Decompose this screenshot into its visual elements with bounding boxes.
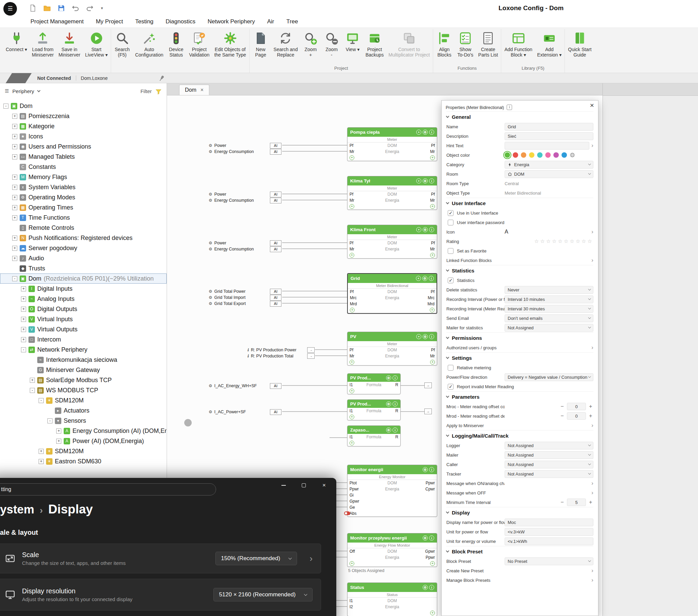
- block-zapaso[interactable]: Zapaso...⚙iI1FormulaR+: [347, 426, 401, 446]
- filter-icon[interactable]: [155, 88, 162, 95]
- output-connector-icon[interactable]: →: [424, 409, 432, 414]
- tree-item-energy-consumption-ai-dom-en[interactable]: +AEnergy Consumption (AI) (DOM,En: [0, 426, 167, 436]
- maximize-button[interactable]: [301, 482, 307, 489]
- user-interface-password-checkbox[interactable]: [448, 220, 453, 226]
- menu-item-air[interactable]: Air: [261, 17, 280, 27]
- collapse-icon[interactable]: -: [39, 398, 44, 403]
- expand-icon[interactable]: +: [56, 439, 61, 444]
- category-select[interactable]: Energia: [505, 161, 594, 169]
- expand-icon[interactable]: +: [12, 205, 17, 210]
- add-output-icon[interactable]: +: [430, 204, 435, 209]
- properties-close-icon[interactable]: ×: [590, 101, 594, 109]
- expand-icon[interactable]: +: [21, 317, 26, 322]
- project-validation-button[interactable]: ProjectValidation: [186, 29, 212, 58]
- mrod-meter-reading-offset-delivery-value[interactable]: 0: [567, 412, 586, 420]
- display-resolution-dropdown[interactable]: 5120 × 2160 (Recommended): [213, 588, 312, 601]
- statistics-checkbox[interactable]: [448, 277, 453, 283]
- info-icon[interactable]: i: [429, 334, 434, 339]
- add-output-icon[interactable]: +: [430, 611, 435, 615]
- tree-item-serwer-pogodowy[interactable]: +☁Serwer pogodowy: [0, 243, 167, 253]
- toolbar-more-button[interactable]: ▾: [100, 4, 104, 13]
- info-icon[interactable]: i: [429, 227, 434, 232]
- tree-item-time-functions[interactable]: +TTime Functions: [0, 213, 167, 223]
- sidebar-menu-icon[interactable]: ☰: [5, 88, 9, 94]
- zoom-button[interactable]: Zoom+: [300, 29, 321, 58]
- add-input-icon[interactable]: +: [349, 253, 354, 258]
- mailer-for-statistics-select[interactable]: Not Assigned: [505, 324, 594, 332]
- expand-icon[interactable]: +: [21, 337, 26, 342]
- scale-dropdown[interactable]: 150% (Recommended): [215, 552, 297, 565]
- plus-button[interactable]: +: [588, 499, 594, 505]
- menu-item-tree[interactable]: Tree: [280, 17, 304, 27]
- tree-item-remote-controls[interactable]: ▯Remote Controls: [0, 223, 167, 233]
- tree-item-virtual-inputs[interactable]: +VVirtual Inputs: [0, 314, 167, 324]
- section-statistics[interactable]: Statistics: [446, 265, 594, 275]
- app-menu-button[interactable]: ☰: [3, 2, 17, 16]
- add-output-icon[interactable]: +: [430, 155, 435, 160]
- expand-icon[interactable]: +: [12, 114, 17, 119]
- minimum-time-interval-value[interactable]: 5: [567, 499, 586, 506]
- color-swatch[interactable]: [537, 152, 543, 158]
- mailer-select[interactable]: Not Assigned: [505, 451, 594, 459]
- search-and-replace-button[interactable]: Search andReplace: [271, 29, 301, 58]
- menu-item-my-project[interactable]: My Project: [90, 17, 129, 27]
- zoom-button[interactable]: Zoom-: [321, 29, 342, 58]
- globe-swatch-icon[interactable]: [570, 152, 575, 158]
- unit-for-energy-or-volume-input[interactable]: <v.1>kWh: [505, 538, 594, 545]
- rating-stars[interactable]: ☆☆☆☆☆☆☆☆☆☆: [534, 238, 594, 244]
- tree-item-miniserver-gateway[interactable]: GMiniserver Gateway: [0, 365, 167, 375]
- gear-icon[interactable]: ⚙: [423, 585, 428, 590]
- block-grid[interactable]: Grid+⚙iMeter BidirectionalPfDOMPfMrcEner…: [347, 273, 437, 314]
- canvas-input-r-pv-production-total[interactable]: iR: PV Production Total→: [248, 353, 315, 359]
- room-select[interactable]: DOM: [505, 170, 594, 178]
- chevron-right-icon[interactable]: ›: [591, 228, 594, 235]
- chevron-right-icon[interactable]: ›: [591, 422, 594, 429]
- project-backups-button[interactable]: ProjectBackups: [363, 29, 386, 58]
- add-output-icon[interactable]: +: [430, 253, 435, 258]
- collapse-icon[interactable]: -: [21, 347, 26, 352]
- expand-icon[interactable]: +: [39, 459, 44, 464]
- gear-icon[interactable]: ⚙: [422, 276, 428, 281]
- tree-item-interkomunikacja-sieciowa[interactable]: ≈Interkomunikacja sieciowa: [0, 355, 167, 365]
- caller-select[interactable]: Not Assigned: [505, 461, 594, 469]
- expand-icon[interactable]: +: [21, 297, 26, 302]
- canvas-input-energy-consumption[interactable]: ⚙Energy ConsumptionAI: [209, 246, 281, 252]
- add-input-icon[interactable]: +: [350, 308, 354, 312]
- align-blocks-button[interactable]: AlignBlocks: [434, 29, 455, 58]
- info-icon[interactable]: i: [429, 585, 434, 590]
- minus-button[interactable]: −: [559, 403, 565, 410]
- tree-item-network-periphery[interactable]: -⇄Network Periphery: [0, 345, 167, 355]
- name-input[interactable]: Grid: [505, 123, 594, 131]
- add-input-icon[interactable]: +: [349, 441, 354, 445]
- block-pv[interactable]: PV+⚙iMeterPfDOMPfMrEnergiaMr++: [347, 332, 437, 366]
- expand-icon[interactable]: +: [12, 235, 17, 241]
- new-document-button[interactable]: [28, 4, 37, 13]
- section-permissions[interactable]: Permissions: [446, 332, 594, 343]
- info-icon[interactable]: i: [392, 375, 397, 381]
- use-in-user-interface-checkbox[interactable]: [448, 210, 453, 216]
- expand-icon[interactable]: +: [21, 327, 26, 332]
- menu-item-project-management[interactable]: Project Management: [24, 17, 90, 27]
- block-preset-select[interactable]: No Preset: [505, 557, 594, 565]
- section-block-preset[interactable]: Block Preset: [446, 546, 594, 556]
- block-monitor-przep-ywu-energii[interactable]: Monitor przepływu energii⚙iEnergy Flow M…: [347, 533, 437, 567]
- add-icon[interactable]: +: [416, 276, 421, 281]
- section-parameters[interactable]: Parameters: [446, 391, 594, 402]
- collapse-icon[interactable]: -: [12, 276, 17, 281]
- device-status-button[interactable]: DeviceStatus: [166, 29, 186, 58]
- add-function-block-button[interactable]: Add FunctionBlock ▾: [502, 29, 535, 58]
- menu-item-testing[interactable]: Testing: [129, 17, 159, 27]
- menu-item-network-periphery[interactable]: Network Periphery: [201, 17, 261, 27]
- color-swatch[interactable]: [505, 152, 510, 158]
- expand-icon[interactable]: +: [12, 134, 17, 139]
- plus-button[interactable]: +: [588, 413, 594, 419]
- send-email-select[interactable]: Don't send emails: [505, 314, 594, 322]
- tree-item-analog-inputs[interactable]: +~Analog Inputs: [0, 294, 167, 304]
- recording-interval-power-or-flow-select[interactable]: Interval 10 minutes: [505, 296, 594, 303]
- add-output-icon[interactable]: +: [430, 561, 435, 566]
- tree-item-constants[interactable]: CConstants: [0, 162, 167, 172]
- display-name-for-power-or-flow-input[interactable]: Moc: [505, 518, 594, 526]
- chevron-right-icon[interactable]: ›: [591, 489, 594, 496]
- canvas-input-power[interactable]: ⚙PowerAI: [209, 191, 281, 197]
- block-klima-ty[interactable]: Klima Tył+⚙iMeterPfDOMPfMrEnergiaMr++: [347, 176, 437, 210]
